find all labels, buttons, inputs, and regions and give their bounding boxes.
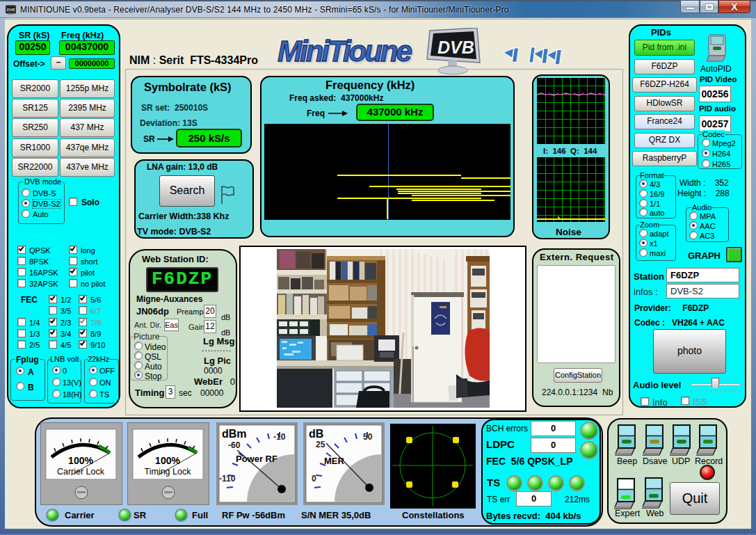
svg-text:Timing Lock: Timing Lock [145, 467, 192, 477]
svg-text:DVB: DVB [7, 8, 15, 12]
svg-text:dBm: dBm [222, 428, 247, 440]
svg-text:0: 0 [312, 474, 316, 484]
svg-text:Carrier Lock: Carrier Lock [57, 467, 105, 477]
svg-text:-110: -110 [219, 474, 236, 484]
svg-text:-10: -10 [273, 432, 286, 442]
svg-text:-60: -60 [228, 440, 241, 450]
svg-text:100%: 100% [68, 455, 93, 466]
svg-text:MER: MER [324, 456, 345, 466]
svg-text:100%: 100% [155, 455, 180, 466]
svg-text:DVB: DVB [437, 38, 474, 57]
svg-text:dB: dB [309, 428, 323, 440]
svg-text:50: 50 [363, 432, 373, 442]
svg-text:25: 25 [316, 440, 325, 449]
svg-text:Power RF: Power RF [236, 454, 278, 464]
